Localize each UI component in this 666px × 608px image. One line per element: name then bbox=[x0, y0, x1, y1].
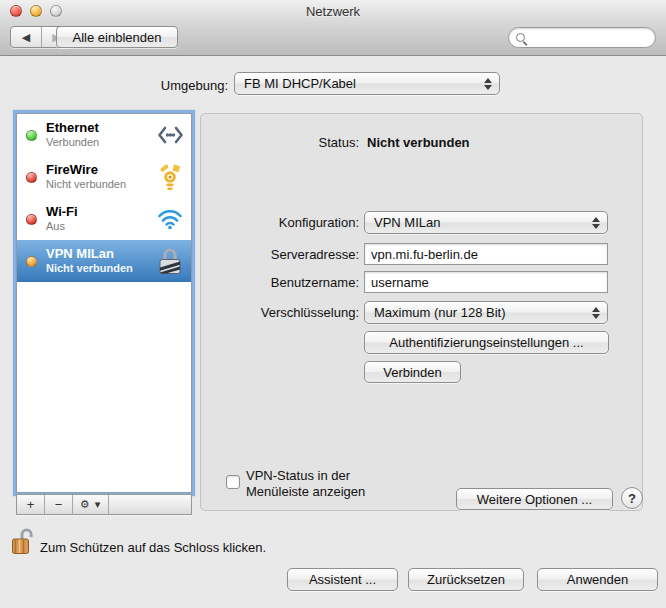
help-button[interactable]: ? bbox=[621, 487, 643, 509]
connect-button[interactable]: Verbinden bbox=[364, 361, 461, 383]
service-name: FireWire bbox=[46, 163, 126, 178]
verschluesselung-popup-value: Maximum (nur 128 Bit) bbox=[374, 305, 505, 320]
popup-arrows-icon bbox=[591, 216, 600, 230]
service-status: Nicht verbunden bbox=[46, 262, 133, 275]
search-input[interactable] bbox=[529, 30, 639, 45]
konfiguration-label: Konfiguration: bbox=[201, 215, 359, 230]
serveradresse-label: Serveradresse: bbox=[201, 247, 359, 262]
search-field[interactable] bbox=[508, 27, 656, 48]
more-options-button[interactable]: Weitere Optionen ... bbox=[456, 488, 613, 510]
window-title: Netzwerk bbox=[0, 4, 666, 19]
status-label: Status: bbox=[201, 135, 359, 150]
popup-arrows-icon bbox=[483, 77, 492, 91]
status-dot-orange bbox=[26, 256, 37, 267]
location-popup-value: FB MI DHCP/Kabel bbox=[244, 76, 356, 91]
add-service-button[interactable]: + bbox=[17, 495, 45, 514]
service-list-footer: + − ⚙ ▾ bbox=[16, 494, 192, 515]
service-row-vpn[interactable]: VPN MILan Nicht verbunden bbox=[17, 240, 191, 282]
status-dot-red bbox=[26, 214, 37, 225]
apply-button[interactable]: Anwenden bbox=[537, 568, 658, 591]
service-status: Aus bbox=[46, 220, 78, 233]
back-button[interactable]: ◀ bbox=[11, 27, 41, 47]
verschluesselung-label: Verschlüsselung: bbox=[201, 305, 359, 320]
status-dot-green bbox=[26, 130, 37, 141]
lock-hint-text: Zum Schützen auf das Schloss klicken. bbox=[40, 540, 266, 555]
service-row-firewire[interactable]: FireWire Nicht verbunden bbox=[17, 156, 191, 198]
serveradresse-input[interactable] bbox=[364, 243, 608, 265]
lock-icon bbox=[156, 247, 184, 276]
unlocked-padlock-icon[interactable] bbox=[10, 527, 37, 562]
service-row-ethernet[interactable]: Ethernet Verbunden bbox=[17, 114, 191, 156]
assistant-button[interactable]: Assistent ... bbox=[287, 568, 398, 591]
service-name: Wi-Fi bbox=[46, 205, 78, 220]
service-row-wifi[interactable]: Wi-Fi Aus bbox=[17, 198, 191, 240]
konfiguration-popup[interactable]: VPN MILan bbox=[364, 211, 608, 234]
service-name: Ethernet bbox=[46, 121, 99, 136]
revert-button[interactable]: Zurücksetzen bbox=[408, 568, 524, 591]
back-arrow-icon: ◀ bbox=[22, 31, 30, 44]
vpn-status-checkbox[interactable] bbox=[226, 475, 240, 489]
status-value: Nicht verbunden bbox=[367, 135, 470, 150]
konfiguration-popup-value: VPN MILan bbox=[374, 215, 440, 230]
service-name: VPN MILan bbox=[46, 247, 133, 262]
network-preferences-window: Netzwerk ◀ ▶ Alle einblenden Umgebung: F… bbox=[0, 0, 666, 608]
title-toolbar: Netzwerk ◀ ▶ Alle einblenden bbox=[0, 0, 666, 56]
popup-arrows-icon bbox=[591, 306, 600, 320]
verschluesselung-popup[interactable]: Maximum (nur 128 Bit) bbox=[364, 301, 608, 324]
gear-menu-button[interactable]: ⚙ ▾ bbox=[73, 495, 109, 514]
search-icon bbox=[516, 33, 525, 42]
detail-panel: Status: Nicht verbunden Konfiguration: V… bbox=[200, 113, 643, 511]
benutzername-input[interactable] bbox=[364, 271, 608, 293]
show-all-button[interactable]: Alle einblenden bbox=[56, 26, 178, 48]
vpn-status-checkbox-label: VPN-Status in der Menüleiste anzeigen bbox=[246, 468, 365, 501]
auth-settings-button[interactable]: Authentifizierungseinstellungen ... bbox=[364, 331, 609, 354]
firewire-icon bbox=[156, 164, 184, 191]
status-dot-red bbox=[26, 172, 37, 183]
service-list: Ethernet Verbunden FireWire Nicht verbun… bbox=[16, 113, 192, 493]
remove-service-button[interactable]: − bbox=[45, 495, 73, 514]
service-status: Verbunden bbox=[46, 136, 99, 149]
location-popup[interactable]: FB MI DHCP/Kabel bbox=[234, 72, 500, 95]
ethernet-icon bbox=[156, 126, 184, 144]
benutzername-label: Benutzername: bbox=[201, 275, 359, 290]
location-label: Umgebung: bbox=[40, 78, 228, 93]
wifi-icon bbox=[156, 209, 184, 230]
service-status: Nicht verbunden bbox=[46, 178, 126, 191]
